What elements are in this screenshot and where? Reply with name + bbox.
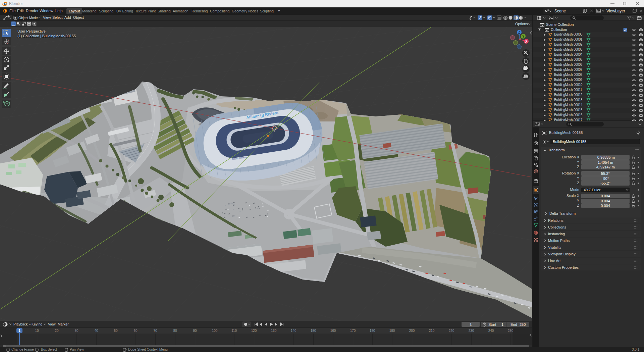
svg-text:Z: Z	[518, 31, 520, 34]
svg-text:Y: Y	[522, 35, 525, 38]
svg-text:X: X	[525, 40, 528, 43]
